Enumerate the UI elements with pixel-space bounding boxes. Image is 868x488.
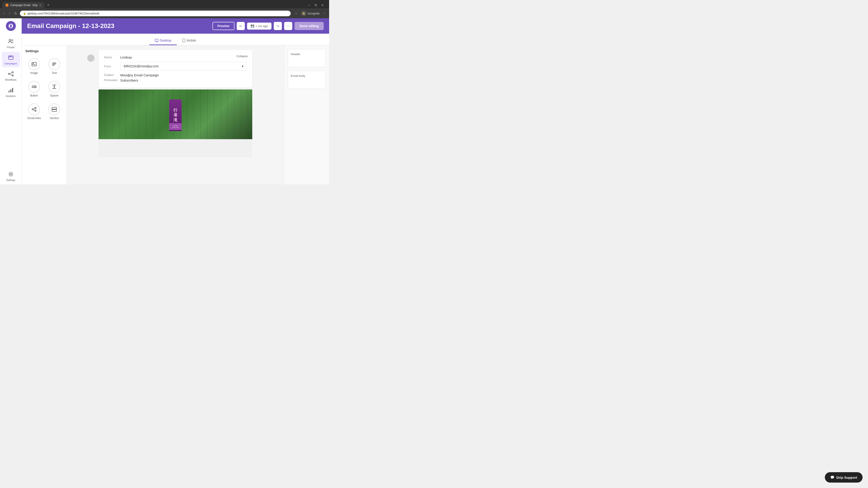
svg-rect-13 bbox=[155, 39, 158, 41]
desktop-view-button[interactable]: Desktop bbox=[149, 36, 177, 45]
email-settings-card: Collapse Name Lindsay From 89f4222e@mood… bbox=[98, 50, 252, 88]
incognito-icon: 🕵 bbox=[301, 11, 306, 16]
svg-point-15 bbox=[184, 41, 184, 42]
extensions-button[interactable]: ⋮ bbox=[322, 11, 327, 16]
tool-section[interactable]: Section bbox=[46, 102, 63, 122]
sidebar-item-workflows[interactable]: Workflows bbox=[2, 68, 20, 84]
subject-value: Moodjoy Email Campaign bbox=[120, 73, 159, 77]
subject-row: Subject Moodjoy Email Campaign bbox=[104, 73, 247, 77]
campaigns-icon bbox=[7, 54, 14, 61]
header-section: Header bbox=[288, 49, 326, 67]
social-links-tool-icon bbox=[28, 103, 40, 115]
save-icon: 💾 bbox=[251, 24, 254, 28]
from-value: 89f4222e@moodjoy.com bbox=[124, 64, 159, 68]
svg-point-8 bbox=[12, 75, 13, 76]
forward-button[interactable]: › bbox=[7, 10, 11, 16]
more-button[interactable]: ⋯ bbox=[284, 22, 292, 30]
svg-rect-10 bbox=[10, 89, 11, 92]
section-tool-icon bbox=[49, 103, 60, 115]
tool-text[interactable]: Text bbox=[46, 57, 63, 76]
bookmark-button[interactable]: ☆ bbox=[294, 11, 299, 16]
right-panel: Header Email body bbox=[284, 45, 329, 184]
minimize-button[interactable]: ─ bbox=[307, 3, 311, 8]
svg-point-4 bbox=[9, 56, 10, 57]
main-content: Email Campaign - 12-13-2023 Preview ↩ 💾 … bbox=[22, 18, 329, 184]
campaigns-label: Campaigns bbox=[4, 62, 17, 65]
restore-button[interactable]: ⧉ bbox=[313, 3, 318, 8]
svg-point-21 bbox=[35, 110, 36, 111]
header-section-label: Header bbox=[291, 53, 301, 56]
profile-button[interactable]: 🕵 Incognito bbox=[300, 10, 320, 17]
name-label: Name bbox=[104, 56, 118, 59]
new-tab-button[interactable]: + bbox=[45, 2, 51, 8]
svg-point-19 bbox=[35, 107, 36, 109]
back-button[interactable]: ‹ bbox=[2, 10, 6, 16]
svg-point-20 bbox=[32, 109, 33, 110]
email-body-section: Email body bbox=[288, 71, 326, 89]
preheader-value: Subscribers bbox=[120, 78, 138, 82]
mobile-view-button[interactable]: Mobile bbox=[177, 36, 202, 45]
workflows-label: Workflows bbox=[5, 78, 17, 81]
preheader-row: Preheader Subscribers bbox=[104, 78, 247, 82]
browser-chrome: 🟠 Campaign Email · Drip × + ─ ⧉ ✕ ‹ › ↻ … bbox=[0, 0, 329, 18]
from-label: From bbox=[104, 65, 118, 68]
tool-button[interactable]: Button bbox=[25, 79, 43, 99]
email-canvas: Collapse Name Lindsay From 89f4222e@mood… bbox=[67, 45, 284, 184]
tab-title: Campaign Email · Drip bbox=[10, 4, 37, 7]
page-title: Email Campaign - 12-13-2023 bbox=[27, 22, 114, 30]
sidebar-item-settings[interactable]: Settings bbox=[2, 168, 20, 184]
content-area: Settings Image bbox=[22, 45, 329, 184]
section-tool-label: Section bbox=[50, 117, 59, 120]
sidebar-item-analytics[interactable]: Analytics bbox=[2, 84, 20, 100]
svg-rect-23 bbox=[52, 109, 57, 111]
email-body-section-label: Email body bbox=[291, 74, 305, 77]
toolbox-title: Settings bbox=[25, 49, 63, 53]
spacer-tool-label: Spacer bbox=[50, 94, 59, 97]
redo-button[interactable]: ↪ bbox=[274, 22, 282, 30]
sidebar-item-campaigns[interactable]: Campaigns bbox=[2, 52, 20, 67]
sidebar-item-people[interactable]: People bbox=[2, 35, 20, 51]
svg-point-5 bbox=[10, 56, 11, 57]
save-label: < 1m ago bbox=[256, 24, 268, 28]
close-tab-button[interactable]: × bbox=[39, 3, 41, 7]
toolbox: Settings Image bbox=[22, 45, 67, 184]
people-label: People bbox=[7, 46, 14, 48]
refresh-button[interactable]: ↻ bbox=[13, 10, 19, 17]
browser-controls: ‹ › ↻ 🔒 getdrip.com/7641396/broadcasts/3… bbox=[0, 8, 329, 18]
collapse-button[interactable]: Collapse bbox=[236, 55, 248, 58]
from-select[interactable]: 89f4222e@moodjoy.com ▾ bbox=[120, 62, 247, 70]
analytics-label: Analytics bbox=[6, 95, 16, 97]
top-header: Email Campaign - 12-13-2023 Preview ↩ 💾 … bbox=[22, 18, 329, 34]
logo-icon bbox=[8, 23, 13, 29]
email-body: 行者滝 GyojaTake Fall bbox=[98, 90, 252, 157]
settings-icon bbox=[7, 170, 14, 178]
svg-rect-9 bbox=[8, 91, 9, 92]
svg-point-12 bbox=[10, 173, 12, 175]
tab-favicon: 🟠 bbox=[5, 4, 8, 7]
tool-grid: Image Text bbox=[25, 57, 63, 122]
desktop-label: Desktop bbox=[160, 39, 171, 42]
from-chevron-icon: ▾ bbox=[242, 64, 243, 68]
name-row: Name Lindsay bbox=[104, 55, 247, 59]
workflows-icon bbox=[7, 70, 14, 77]
button-tool-icon bbox=[28, 81, 40, 93]
tab-bar: 🟠 Campaign Email · Drip × + ─ ⧉ ✕ bbox=[0, 0, 329, 8]
preview-button[interactable]: Preview bbox=[213, 22, 235, 30]
address-bar[interactable]: 🔒 getdrip.com/7641396/broadcasts/3186746… bbox=[20, 11, 291, 16]
subject-label: Subject bbox=[104, 73, 118, 77]
incognito-badge: 🕵 Incognito bbox=[301, 11, 320, 16]
tool-spacer[interactable]: Spacer bbox=[46, 79, 63, 99]
close-window-button[interactable]: ✕ bbox=[320, 3, 325, 8]
svg-point-1 bbox=[9, 39, 11, 41]
save-button[interactable]: 💾 < 1m ago bbox=[247, 23, 272, 30]
tool-image[interactable]: Image bbox=[25, 57, 43, 76]
undo-button[interactable]: ↩ bbox=[237, 22, 245, 30]
tool-social-links[interactable]: Social links bbox=[25, 102, 43, 122]
preheader-label: Preheader bbox=[104, 78, 118, 82]
mobile-icon bbox=[182, 39, 185, 42]
active-tab[interactable]: 🟠 Campaign Email · Drip × bbox=[2, 2, 44, 8]
image-tool-label: Image bbox=[30, 71, 38, 74]
done-editing-button[interactable]: Done editing bbox=[294, 22, 324, 30]
drip-logo[interactable] bbox=[6, 21, 16, 31]
people-icon bbox=[7, 38, 14, 45]
